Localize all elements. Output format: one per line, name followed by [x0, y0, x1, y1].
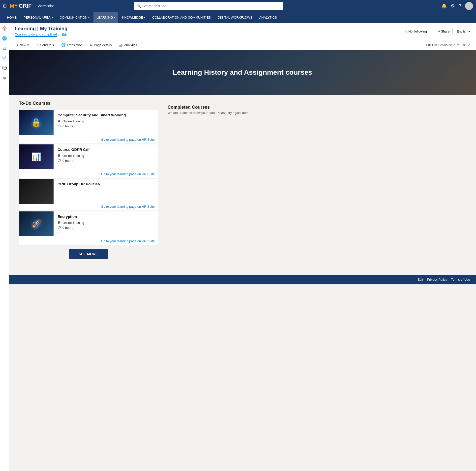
course-link[interactable]: Go to your learning page on HR Suite	[101, 138, 155, 141]
nav-learning-label: LEARNING	[96, 16, 113, 19]
pencil-icon: ✏	[457, 43, 459, 47]
page-header: Learning | My Training Courses to do and…	[9, 23, 476, 40]
send-to-button[interactable]: ↗ Send to ▾	[34, 42, 56, 48]
course-info: Course GDPR Crif 🖥 Online Training ⏱ 0 h…	[54, 144, 158, 171]
course-hours-meta: ⏱ 0 hours	[58, 124, 154, 128]
course-link[interactable]: Go to your learning page on HR Suite	[101, 172, 155, 176]
course-dash: -	[58, 231, 154, 234]
completed-heading: Completed Courses	[168, 105, 462, 110]
analytics-icon: 📊	[119, 43, 123, 47]
course-link-row: Go to your learning page on HR Suite	[19, 204, 158, 210]
completed-panel-box: Completed Courses We are unable to show …	[164, 101, 466, 121]
settings-icon[interactable]: ⚙	[451, 3, 455, 9]
help-icon[interactable]: ?	[459, 3, 461, 9]
training-icon: 🖥	[58, 119, 61, 123]
course-link-row: Go to your learning page on HR Suite	[19, 137, 158, 143]
course-thumb-security	[19, 110, 54, 135]
left-sidebar: 🏠 🌐 ▤ 📄 💬 ⊕	[0, 23, 9, 471]
new-button[interactable]: + New ▾	[15, 42, 30, 48]
sidebar-doc-icon[interactable]: 📄	[1, 55, 8, 62]
course-link-row: Go to your learning page on HR Suite	[19, 238, 158, 245]
course-type: Online Training	[62, 154, 84, 158]
nav-home-label: HOME	[7, 16, 17, 19]
course-title: Computer Security and Smart Working	[58, 113, 154, 117]
page-details-label: Page details	[94, 43, 112, 47]
nav-collaboration[interactable]: COLLABORATION AND COMMUNITIES	[149, 12, 214, 23]
details-icon: ⚙	[89, 43, 93, 47]
translation-button[interactable]: 🌐 Translation	[60, 42, 84, 48]
analytics-button[interactable]: 📊 Analytics	[117, 42, 138, 48]
course-link[interactable]: Go to your learning page on HR Suite	[101, 239, 155, 243]
logo-my: MY	[10, 3, 18, 9]
footer-edit-link[interactable]: Edit	[417, 278, 423, 281]
sidebar-pages-icon[interactable]: ▤	[1, 45, 8, 52]
todo-heading: To-Do Courses	[19, 101, 158, 106]
nav-knowledge[interactable]: KNOWLEDGE ▾	[119, 12, 149, 23]
sidebar-home-icon[interactable]: 🏠	[1, 25, 8, 32]
training-icon: 🖥	[58, 154, 61, 158]
grid-icon[interactable]: ⊞	[3, 3, 7, 9]
course-link-row: Go to your learning page on HR Suite	[19, 171, 158, 178]
see-more-button[interactable]: SEE MORE	[69, 249, 108, 259]
hero-title: Learning History and Assignment courses	[173, 68, 312, 76]
nav-personal-area[interactable]: PERSONAL AREA ▾	[21, 12, 56, 23]
page-header-left: Learning | My Training Courses to do and…	[15, 26, 67, 37]
top-bar: ⊞ MYCRIF SharePoint 🔍 🔔 ⚙ ?	[0, 0, 476, 12]
search-input[interactable]	[143, 4, 281, 8]
course-card-inner: CRIF Group HR Policies -	[19, 179, 158, 204]
nav-analytics-label: ANALYTICS	[259, 16, 277, 19]
nav-collaboration-label: COLLABORATION AND COMMUNITIES	[152, 16, 211, 19]
sidebar-add-icon[interactable]: ⊕	[1, 74, 8, 81]
course-link[interactable]: Go to your learning page on HR Suite	[101, 205, 155, 208]
nav-analytics[interactable]: ANALYTICS	[256, 12, 280, 23]
course-card: CRIF Group HR Policies - Go to your lear…	[19, 179, 158, 210]
nav-digital-workflows[interactable]: DIGITAL WORKFLOWS	[215, 12, 255, 23]
not-following-button[interactable]: ☆ Not following	[401, 28, 430, 35]
translation-label: Translation	[67, 43, 83, 47]
nav-learning[interactable]: LEARNING ▾	[93, 12, 118, 23]
course-thumb-encryption	[19, 211, 54, 236]
lang-chevron: ▾	[468, 30, 470, 33]
nav-personal-area-label: PERSONAL AREA	[24, 16, 51, 19]
send-chevron: ▾	[53, 43, 54, 47]
nav-digital-workflows-label: DIGITAL WORKFLOWS	[218, 16, 252, 19]
nav-communication-label: COMMUNICATION	[60, 16, 88, 19]
layout: 🏠 🌐 ▤ 📄 💬 ⊕ Learning | My Training Cours…	[0, 23, 476, 471]
breadcrumb[interactable]: Courses to do and completed	[15, 33, 57, 37]
course-hours: 0 hours	[62, 159, 73, 163]
toolbar-edit-link[interactable]: ✏ Edit	[457, 43, 466, 47]
nav-communication[interactable]: COMMUNICATION ▾	[57, 12, 93, 23]
see-more-section: SEE MORE	[19, 249, 158, 259]
footer-privacy-link[interactable]: Privacy Policy	[427, 278, 447, 281]
language-selector[interactable]: English ▾	[457, 30, 470, 33]
sidebar-comment-icon[interactable]: 💬	[1, 65, 8, 71]
completed-message: We are unable to show your data. Please,…	[168, 111, 462, 115]
avatar[interactable]	[465, 2, 473, 10]
main-content: Learning | My Training Courses to do and…	[9, 23, 476, 471]
nav-home[interactable]: HOME	[4, 12, 20, 23]
course-info: CRIF Group HR Policies -	[54, 179, 158, 204]
toolbar-left: + New ▾ ↗ Send to ▾ 🌐 Translation ⚙ Page…	[15, 42, 138, 48]
notification-icon[interactable]: 🔔	[441, 3, 447, 9]
search-icon: 🔍	[137, 4, 141, 8]
not-following-label: Not following	[408, 30, 427, 33]
course-meta: 🖥 Online Training	[58, 221, 154, 225]
send-icon: ↗	[36, 43, 39, 47]
translation-icon: 🌐	[61, 43, 65, 47]
footer-terms-link[interactable]: Terms of Use	[451, 278, 470, 281]
header-edit-link[interactable]: Edit	[62, 33, 67, 36]
share-button[interactable]: ↗ Share	[434, 28, 453, 35]
sidebar-globe-icon[interactable]: 🌐	[1, 35, 8, 42]
expand-icon[interactable]: ⤢	[468, 43, 470, 47]
course-title: Course GDPR Crif	[58, 147, 154, 152]
page-details-button[interactable]: ⚙ Page details	[88, 42, 113, 48]
course-meta: 🖥 Online Training	[58, 154, 154, 158]
course-card-inner: Course GDPR Crif 🖥 Online Training ⏱ 0 h…	[19, 144, 158, 171]
course-hours: 0 hours	[62, 226, 73, 230]
nav-learning-chevron: ▾	[114, 16, 115, 19]
content-area: To-Do Courses Computer Security and Smar…	[9, 95, 476, 265]
course-title: CRIF Group HR Policies	[58, 182, 154, 186]
course-card: Computer Security and Smart Working 🖥 On…	[19, 110, 158, 143]
clock-icon: ⏱	[58, 159, 61, 163]
course-card-inner: Encryption 🖥 Online Training ⏱ 0 hours -	[19, 211, 158, 238]
